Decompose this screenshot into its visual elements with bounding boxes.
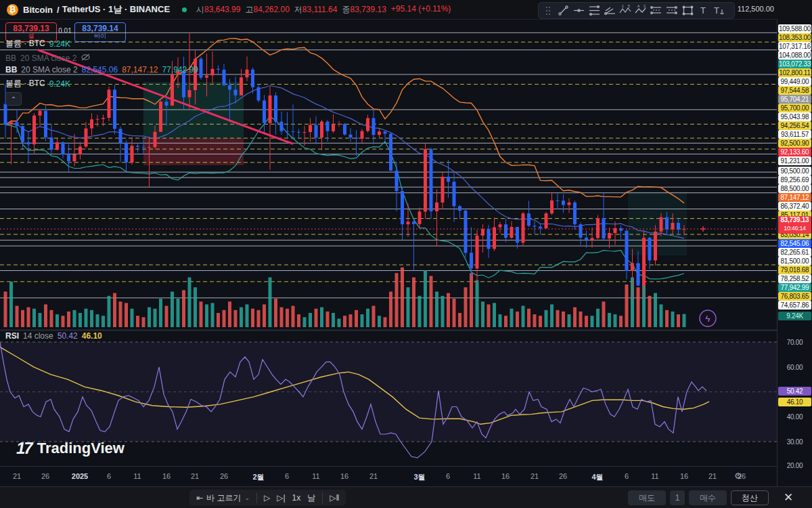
price-axis-label: 88,500.00 xyxy=(778,184,811,193)
fib-retracement-icon[interactable] xyxy=(587,4,602,17)
horizontal-line-icon[interactable] xyxy=(571,4,587,17)
anchored-text-icon[interactable]: T xyxy=(711,4,727,17)
low-label: 저 xyxy=(294,5,302,14)
price-axis-label: 9.24K xyxy=(778,312,811,320)
time-axis-label: 16 xyxy=(162,472,171,480)
price-axis-label: 108,353.00 xyxy=(778,33,811,42)
svg-text:T: T xyxy=(714,5,719,16)
bb-title: BB xyxy=(5,65,17,75)
select-bar-label: 바 고르기 xyxy=(206,492,241,504)
price-axis-label: 87,147.12 xyxy=(778,193,811,202)
chart-canvas[interactable]: ϟ xyxy=(0,19,777,466)
tradingview-watermark: 17 TradingView xyxy=(16,439,125,458)
price-axis-label: 79,018.68 xyxy=(778,266,811,274)
legend-volume-2[interactable]: 볼륨 · BTC 9.24K xyxy=(5,78,70,89)
price-axis-label: 107,317.16 xyxy=(778,42,811,51)
price-axis[interactable]: 109,588.00108,353.00107,317.16104,088.00… xyxy=(777,19,812,486)
price-axis-label: 99,449.00 xyxy=(778,77,811,86)
low-value: 83,111.64 xyxy=(302,5,338,14)
bb-upper-value: 87,147.12 xyxy=(122,65,158,75)
collapse-pane-button[interactable]: ⌃ xyxy=(5,92,22,106)
close-icon[interactable]: ✕ xyxy=(784,490,793,505)
replay-controls: ⇤ 바 고르기 ⌄ ▷ ▷| 1x 날 ▷‖ xyxy=(189,490,346,506)
toolbar-divider xyxy=(322,492,323,503)
legend-volume-1[interactable]: 볼륨 · BTC 9.24K xyxy=(5,38,70,49)
price-axis-label: 81,500.00 xyxy=(778,257,811,266)
rsi-ma-value: 46.10 xyxy=(82,331,102,341)
time-axis-label: 6 xyxy=(625,472,629,480)
select-bar-button[interactable]: ⇤ 바 고르기 ⌄ xyxy=(196,492,250,504)
axis-top-price: 112,500.00 xyxy=(732,5,774,13)
time-axis-label: 21 xyxy=(191,472,199,480)
price-axis-label: 70.00 xyxy=(778,338,811,347)
price-axis-label: 93,611.57 xyxy=(778,130,811,139)
toolbar-divider xyxy=(256,492,257,503)
symbol-pair-interval-exchange[interactable]: TetherUS · 1날 · BINANCE xyxy=(62,3,170,16)
time-axis-label: 11 xyxy=(651,472,658,480)
legend-bb[interactable]: BB 20 SMA close 2 82,545.06 87,147.12 77… xyxy=(5,65,198,75)
price-axis-label: 20.00 xyxy=(778,461,811,470)
time-axis-label: 26 xyxy=(559,472,567,480)
volume-legend-value-2: 9.24K xyxy=(49,79,70,89)
symbol-name[interactable]: Bitcoin xyxy=(23,5,53,15)
price-axis-label: 74,657.86 xyxy=(778,301,811,310)
high-value: 84,262.00 xyxy=(253,5,289,14)
close-position-button[interactable]: 청산 xyxy=(731,490,769,505)
close-value: 83,739.13 xyxy=(350,5,386,14)
quantity-field[interactable]: 1 xyxy=(670,490,685,505)
time-axis-label: 4월 xyxy=(591,472,603,482)
time-axis-label: 6 xyxy=(446,472,450,480)
time-axis-label: 21 xyxy=(531,472,539,480)
trend-line-icon[interactable] xyxy=(556,4,571,17)
pitchfork-icon[interactable] xyxy=(602,4,618,17)
price-axis-label: 76,803.65 xyxy=(778,292,811,301)
step-forward-button[interactable]: ▷| xyxy=(277,493,285,503)
price-axis-label: 102,800.11 xyxy=(778,68,811,77)
high-label: 고 xyxy=(245,5,253,14)
play-button[interactable]: ▷ xyxy=(264,493,270,503)
price-axis-label: 104,088.00 xyxy=(778,51,811,60)
eye-off-icon[interactable] xyxy=(81,53,91,64)
volume-legend-value: 9.24K xyxy=(49,39,70,49)
bb-lower-value: 77,942.99 xyxy=(162,65,198,75)
market-status-icon[interactable] xyxy=(182,7,187,12)
price-axis-label: 92,500.90 xyxy=(778,139,811,148)
rectangle-icon[interactable] xyxy=(680,4,696,17)
price-axis-label: 89,256.69 xyxy=(778,175,811,184)
last-price-axis-label: 83,739.1310:46:14 xyxy=(778,216,811,234)
long-position-icon[interactable] xyxy=(649,4,664,17)
time-axis-label: 26 xyxy=(738,472,746,480)
drawing-toolbar: 15 AC T T xyxy=(538,2,735,19)
interval-button[interactable]: 날 xyxy=(307,492,315,504)
ohlc-readout: 시83,643.99 고84,262.00 저83,111.64 종83,739… xyxy=(196,4,451,16)
volume-bars xyxy=(4,263,686,328)
change-value: +95.14 (+0.11%) xyxy=(391,4,451,16)
time-axis-label: 21 xyxy=(13,472,21,480)
legend-rsi[interactable]: RSI 14 close 50.42 46.10 xyxy=(5,331,102,341)
bb-hidden-params: 20 SMA close 2 xyxy=(20,54,76,63)
svg-text:C: C xyxy=(644,5,646,8)
tradingview-logo-icon: 17 xyxy=(16,439,32,458)
abcd-pattern-icon[interactable]: AC xyxy=(633,4,649,17)
short-position-icon[interactable] xyxy=(664,4,680,17)
go-to-end-button[interactable]: ▷‖ xyxy=(330,493,339,503)
tradingview-logo-text: TradingView xyxy=(37,440,125,457)
xabcd-pattern-icon[interactable]: 15 xyxy=(618,4,633,17)
drag-handle-icon[interactable] xyxy=(540,4,556,17)
legend-bb-hidden[interactable]: BB 20 SMA close 2 xyxy=(5,53,91,64)
price-axis-label: 95,043.98 xyxy=(778,112,811,121)
speed-button[interactable]: 1x xyxy=(292,493,301,503)
jump-to-bar-icon: ⇤ xyxy=(196,493,203,503)
price-axis-label: 109,588.00 xyxy=(778,24,811,33)
price-axis-label: 90,500.00 xyxy=(778,167,811,175)
last-price-marker xyxy=(700,226,706,232)
price-axis-label: 86,372.40 xyxy=(778,202,811,211)
buy-order-button[interactable]: 매수 xyxy=(689,490,727,505)
time-axis[interactable]: ⚙ 212620256111621262월61116213월6111621264… xyxy=(0,466,777,487)
sell-order-button[interactable]: 매도 xyxy=(628,490,666,505)
time-axis-label: 21 xyxy=(708,472,717,480)
bb-params: 20 SMA close 2 xyxy=(21,65,77,75)
svg-text:5: 5 xyxy=(628,5,630,8)
text-icon[interactable]: T xyxy=(696,4,711,17)
boost-lightning-icon[interactable]: ϟ xyxy=(700,310,716,326)
